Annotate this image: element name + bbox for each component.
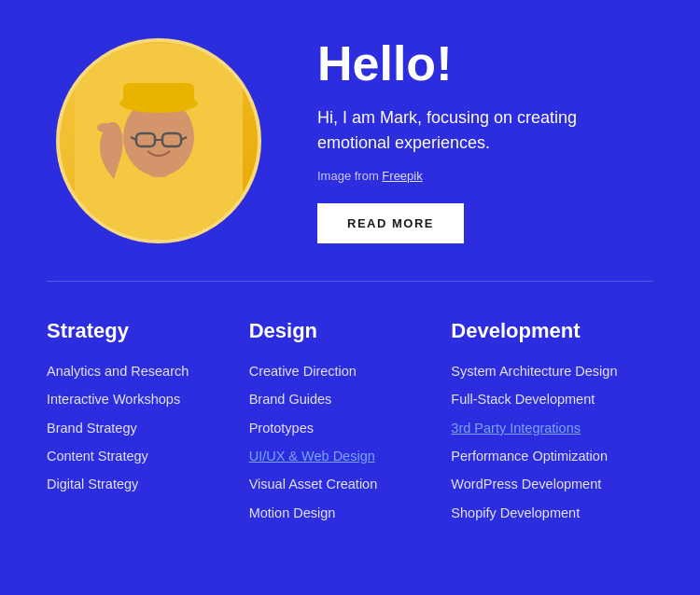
development-list: System Architecture Design Full-Stack De… <box>451 362 635 522</box>
hero-section: Hello! Hi, I am Mark, focusing on creati… <box>0 0 700 281</box>
image-credit: Image from Freepik <box>317 169 644 183</box>
strategy-list: Analytics and Research Interactive Works… <box>47 362 231 493</box>
freepik-link[interactable]: Freepik <box>382 169 422 183</box>
list-item: Digital Strategy <box>47 475 231 493</box>
list-item: Brand Strategy <box>47 419 231 437</box>
hero-title: Hello! <box>317 37 644 90</box>
motion-design-link[interactable]: Motion Design <box>249 505 336 520</box>
development-title: Development <box>451 319 635 343</box>
prototypes-link[interactable]: Prototypes <box>249 421 314 436</box>
design-list: Creative Direction Brand Guides Prototyp… <box>249 362 433 522</box>
interactive-workshops-link[interactable]: Interactive Workshops <box>47 392 180 407</box>
design-column: Design Creative Direction Brand Guides P… <box>249 319 452 532</box>
fullstack-dev-link[interactable]: Full-Stack Development <box>451 392 595 407</box>
list-item: 3rd Party Integrations <box>451 419 635 437</box>
brand-strategy-link[interactable]: Brand Strategy <box>47 421 137 436</box>
analytics-research-link[interactable]: Analytics and Research <box>47 364 189 379</box>
hero-content: Hello! Hi, I am Mark, focusing on creati… <box>299 37 644 243</box>
content-strategy-link[interactable]: Content Strategy <box>47 449 148 464</box>
list-item: WordPress Development <box>451 475 635 493</box>
list-item: Performance Optimization <box>451 447 635 465</box>
list-item: Content Strategy <box>47 447 231 465</box>
list-item: Prototypes <box>249 419 433 437</box>
shopify-dev-link[interactable]: Shopify Development <box>451 505 580 520</box>
list-item: Brand Guides <box>249 390 433 408</box>
creative-direction-link[interactable]: Creative Direction <box>249 364 357 379</box>
performance-optimization-link[interactable]: Performance Optimization <box>451 449 608 464</box>
list-item: Shopify Development <box>451 504 635 522</box>
list-item: Analytics and Research <box>47 362 231 381</box>
digital-strategy-link[interactable]: Digital Strategy <box>47 477 138 491</box>
list-item: UI/UX & Web Design <box>249 447 433 465</box>
hero-subtitle: Hi, I am Mark, focusing on creating emot… <box>317 105 616 156</box>
system-architecture-link[interactable]: System Architecture Design <box>451 364 617 379</box>
svg-rect-5 <box>123 83 194 109</box>
list-item: System Architecture Design <box>451 362 635 381</box>
list-item: Visual Asset Creation <box>249 475 433 493</box>
strategy-column: Strategy Analytics and Research Interact… <box>47 319 249 532</box>
visual-asset-link[interactable]: Visual Asset Creation <box>249 477 378 491</box>
list-item: Interactive Workshops <box>47 390 231 408</box>
avatar <box>56 38 261 243</box>
strategy-title: Strategy <box>47 319 231 343</box>
wordpress-dev-link[interactable]: WordPress Development <box>451 477 601 491</box>
third-party-integrations-link[interactable]: 3rd Party Integrations <box>451 421 581 436</box>
list-item: Full-Stack Development <box>451 390 635 408</box>
brand-guides-link[interactable]: Brand Guides <box>249 392 332 407</box>
development-column: Development System Architecture Design F… <box>451 319 653 532</box>
design-title: Design <box>249 319 433 343</box>
services-section: Strategy Analytics and Research Interact… <box>0 282 700 560</box>
uiux-web-design-link[interactable]: UI/UX & Web Design <box>249 449 375 464</box>
list-item: Motion Design <box>249 504 433 522</box>
svg-point-11 <box>97 123 112 132</box>
list-item: Creative Direction <box>249 362 433 381</box>
read-more-button[interactable]: READ MORE <box>317 203 464 243</box>
